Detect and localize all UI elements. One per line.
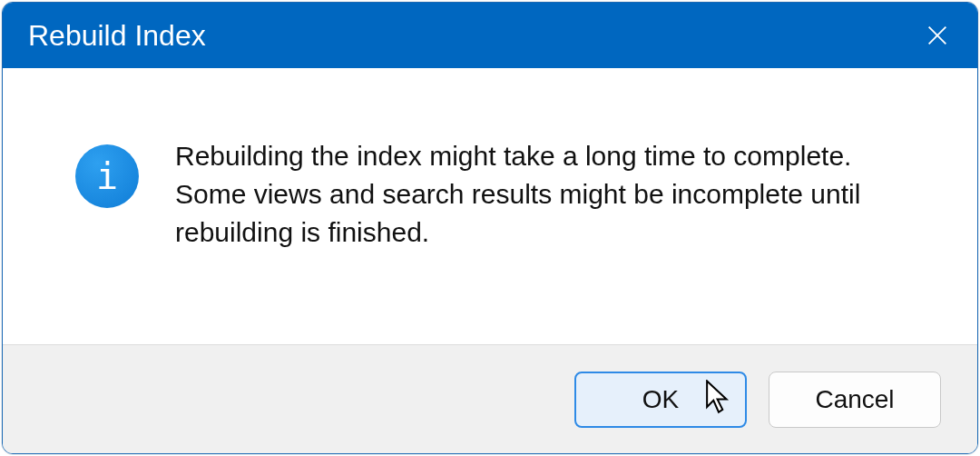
title-bar: Rebuild Index [3, 3, 977, 68]
dialog-title: Rebuild Index [28, 19, 206, 53]
ok-button-label: OK [642, 385, 679, 414]
close-icon [925, 23, 950, 48]
close-button[interactable] [919, 17, 956, 54]
rebuild-index-dialog: Rebuild Index i Rebuilding the index mig… [2, 2, 978, 454]
dialog-content: i Rebuilding the index might take a long… [3, 68, 977, 344]
cancel-button[interactable]: Cancel [769, 372, 941, 428]
dialog-message: Rebuilding the index might take a long t… [175, 137, 923, 252]
info-icon: i [75, 144, 139, 208]
cancel-button-label: Cancel [815, 385, 894, 414]
info-glyph: i [96, 155, 118, 197]
ok-button[interactable]: OK [574, 372, 747, 428]
dialog-button-row: OK Cancel [3, 344, 977, 453]
